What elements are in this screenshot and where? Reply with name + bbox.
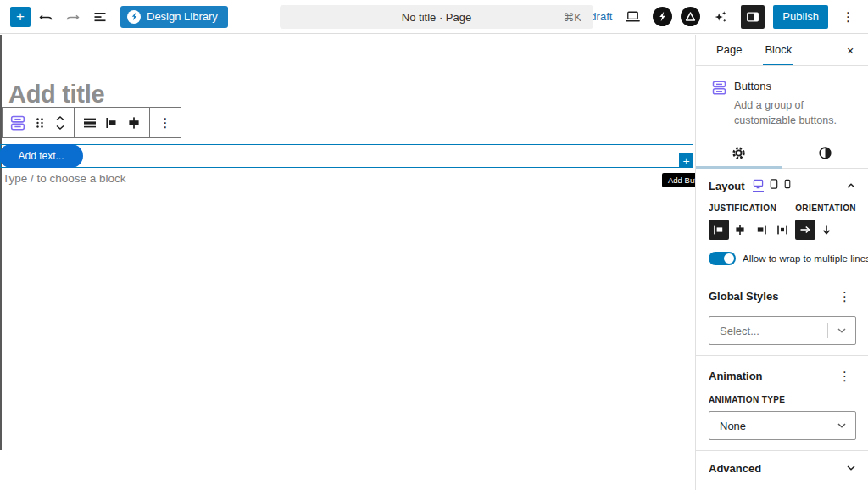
- animation-title: Animation: [709, 370, 763, 382]
- block-options-icon[interactable]: ⋮: [154, 112, 176, 134]
- global-styles-select-placeholder: Select...: [720, 325, 760, 337]
- orientation-label: ORIENTATION: [795, 203, 856, 213]
- block-card: Buttons Add a group of customizable butt…: [696, 66, 868, 138]
- stackable-logo-icon: [127, 10, 141, 24]
- close-sidebar-icon[interactable]: ✕: [841, 42, 860, 60]
- buttons-block-icon[interactable]: [7, 112, 29, 134]
- animation-type-label: ANIMATION TYPE: [709, 395, 856, 404]
- gear-icon: [732, 146, 746, 160]
- chevron-down-icon: [837, 422, 847, 429]
- list-view-icon[interactable]: [88, 5, 112, 29]
- block-card-title: Buttons: [734, 80, 854, 92]
- global-styles-menu-icon[interactable]: ⋮: [833, 287, 856, 306]
- block-card-description: Add a group of customizable buttons.: [734, 97, 854, 128]
- redo-icon[interactable]: [61, 5, 85, 29]
- settings-sidebar-toggle[interactable]: [741, 5, 765, 29]
- command-shortcut: ⌘K: [563, 11, 581, 24]
- button-block[interactable]: Add text...: [0, 144, 83, 168]
- drag-handle-icon[interactable]: [29, 112, 51, 134]
- tab-page[interactable]: Page: [715, 35, 743, 65]
- editor-top-bar: + Design Library No title · Page ⌘K Save…: [0, 0, 868, 34]
- justify-space-between-button[interactable]: [772, 220, 793, 240]
- animation-type-select[interactable]: None: [709, 411, 856, 440]
- button-text-placeholder: Add text...: [18, 150, 64, 162]
- chevron-down-icon: [846, 465, 856, 471]
- orientation-horizontal-button[interactable]: [795, 220, 815, 240]
- tab-settings[interactable]: [696, 138, 782, 168]
- selected-block-outline: [0, 144, 693, 168]
- design-library-button[interactable]: Design Library: [120, 6, 228, 28]
- chevron-down-icon: [837, 327, 847, 334]
- desktop-icon[interactable]: [753, 179, 764, 192]
- buttons-block-icon: [710, 79, 728, 97]
- tab-block[interactable]: Block: [763, 35, 793, 65]
- animation-menu-icon[interactable]: ⋮: [833, 366, 856, 386]
- move-down-icon: [55, 124, 65, 131]
- wrap-toggle-label: Allow to wrap to multiple lines: [743, 253, 868, 264]
- settings-sidebar: Page Block ✕ Buttons Add a group of cust…: [695, 35, 868, 490]
- align-none-icon[interactable]: [79, 112, 101, 134]
- global-styles-panel: Global Styles ⋮ Select...: [696, 276, 868, 356]
- block-toolbar: ⋮: [2, 107, 181, 138]
- assistant-logo-icon[interactable]: [681, 7, 700, 26]
- canvas-left-edge: [0, 35, 2, 450]
- orientation-vertical-button[interactable]: [816, 220, 837, 240]
- toggle-knob: [724, 253, 734, 264]
- undo-icon[interactable]: [34, 5, 58, 29]
- block-inserter-button[interactable]: +: [10, 7, 31, 27]
- sidebar-tabs: Page Block ✕: [696, 35, 868, 66]
- editor-canvas: Add title ⋮: [0, 35, 695, 490]
- justify-center-button[interactable]: [730, 220, 750, 240]
- justify-right-button[interactable]: [751, 220, 771, 240]
- inspector-tool-tabs: [696, 138, 868, 169]
- contrast-icon: [818, 146, 832, 160]
- justify-center-icon[interactable]: [123, 112, 145, 134]
- global-styles-title: Global Styles: [709, 290, 778, 303]
- options-menu-icon[interactable]: ⋮: [837, 7, 860, 26]
- ai-sparkles-icon[interactable]: [709, 5, 732, 29]
- add-button-appender[interactable]: +: [679, 153, 693, 168]
- tablet-icon[interactable]: [770, 179, 778, 192]
- justify-left-button[interactable]: [709, 220, 729, 240]
- block-mover[interactable]: [51, 115, 70, 131]
- mobile-icon[interactable]: [784, 179, 791, 192]
- wrap-toggle[interactable]: [709, 252, 736, 265]
- select-divider: [827, 323, 828, 338]
- empty-paragraph-placeholder[interactable]: Type / to choose a block: [3, 172, 126, 185]
- tab-styles[interactable]: [782, 138, 868, 168]
- preview-device-icon[interactable]: [620, 5, 644, 29]
- layout-panel-title: Layout: [709, 180, 745, 192]
- stackable-settings-icon[interactable]: [653, 7, 672, 26]
- design-library-label: Design Library: [147, 10, 218, 23]
- publish-button[interactable]: Publish: [773, 5, 828, 29]
- justify-left-icon[interactable]: [101, 112, 123, 134]
- advanced-title: Advanced: [709, 462, 761, 475]
- justification-label: JUSTIFICATION: [709, 203, 793, 213]
- move-up-icon: [55, 115, 65, 122]
- active-tool-tab-indicator: [696, 166, 782, 169]
- document-title: No title · Page: [402, 11, 471, 24]
- layout-panel: Layout JUSTIFICATION: [696, 169, 868, 276]
- global-styles-select[interactable]: Select...: [709, 316, 856, 345]
- document-title-bar[interactable]: No title · Page ⌘K: [280, 5, 593, 29]
- advanced-panel-toggle[interactable]: Advanced: [696, 451, 868, 485]
- animation-panel: Animation ⋮ ANIMATION TYPE None: [696, 356, 868, 451]
- collapse-panel-icon[interactable]: [846, 182, 856, 189]
- post-title-placeholder[interactable]: Add title: [8, 81, 104, 109]
- animation-type-value: None: [720, 420, 746, 432]
